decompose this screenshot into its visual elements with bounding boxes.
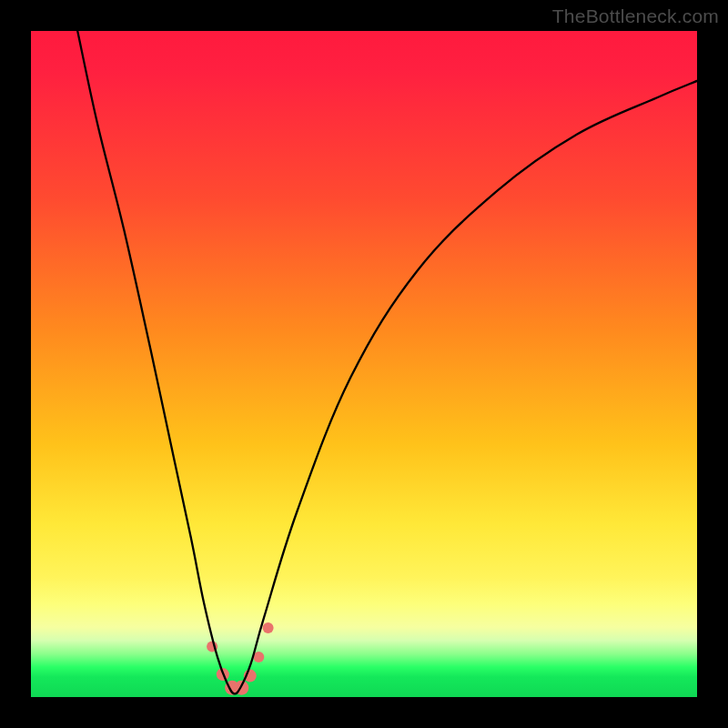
- outer-black-frame: TheBottleneck.com: [0, 0, 728, 728]
- plot-area: [31, 31, 697, 697]
- highlight-dots-group: [207, 622, 274, 695]
- highlight-dot: [263, 622, 274, 633]
- bottleneck-curve-line: [77, 31, 697, 693]
- watermark-text: TheBottleneck.com: [552, 5, 719, 27]
- chart-svg: [31, 31, 697, 697]
